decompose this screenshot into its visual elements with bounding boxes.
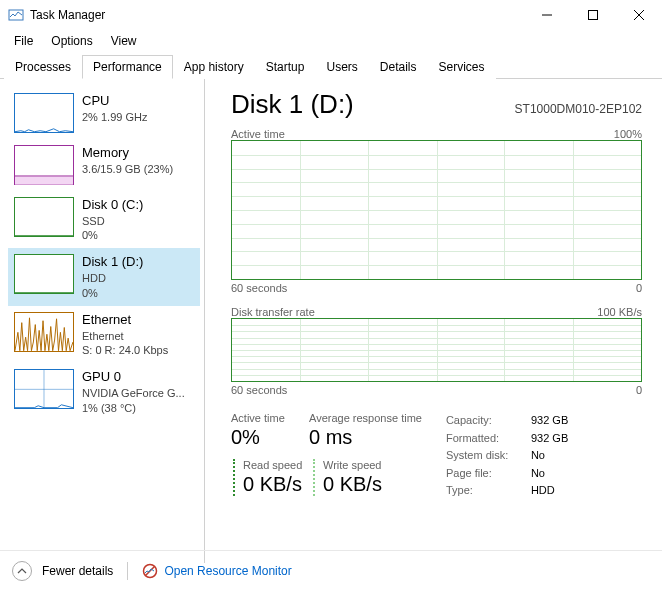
sidebar-memory-title: Memory bbox=[82, 145, 173, 162]
sidebar-item-ethernet[interactable]: Ethernet Ethernet S: 0 R: 24.0 Kbps bbox=[8, 306, 200, 363]
chart2-xleft: 60 seconds bbox=[231, 384, 287, 396]
sidebar-cpu-sub: 2% 1.99 GHz bbox=[82, 110, 147, 124]
prop-pagefile-k: Page file: bbox=[446, 465, 531, 483]
sidebar-ethernet-sub1: Ethernet bbox=[82, 329, 168, 343]
active-time-value: 0% bbox=[231, 426, 309, 449]
sidebar-disk1-type: HDD bbox=[82, 271, 143, 285]
prop-type-k: Type: bbox=[446, 482, 531, 500]
read-speed-label: Read speed bbox=[243, 459, 311, 471]
tab-processes[interactable]: Processes bbox=[4, 55, 82, 79]
menu-file[interactable]: File bbox=[6, 32, 41, 50]
menubar: File Options View bbox=[0, 30, 662, 54]
sidebar-gpu-sub2: 1% (38 °C) bbox=[82, 401, 185, 415]
chart2-xright: 0 bbox=[636, 384, 642, 396]
menu-options[interactable]: Options bbox=[43, 32, 100, 50]
sidebar-ethernet-sub2: S: 0 R: 24.0 Kbps bbox=[82, 343, 168, 357]
cpu-thumb-icon bbox=[14, 93, 74, 133]
fewer-details-link[interactable]: Fewer details bbox=[42, 564, 113, 578]
footer-divider bbox=[127, 562, 128, 580]
chevron-up-icon[interactable] bbox=[12, 561, 32, 581]
prop-systemdisk-k: System disk: bbox=[446, 447, 531, 465]
window-controls bbox=[524, 0, 662, 30]
chart2-max: 100 KB/s bbox=[597, 306, 642, 318]
tabstrip: Processes Performance App history Startu… bbox=[0, 54, 662, 79]
active-time-chart[interactable] bbox=[231, 140, 642, 280]
prop-capacity-v: 932 GB bbox=[531, 412, 568, 430]
metrics-row: Active time 0% Average response time 0 m… bbox=[231, 412, 642, 500]
tab-services[interactable]: Services bbox=[428, 55, 496, 79]
detail-pane: Disk 1 (D:) ST1000DM010-2EP102 Active ti… bbox=[205, 79, 662, 563]
write-speed-label: Write speed bbox=[323, 459, 382, 471]
sidebar-item-cpu[interactable]: CPU 2% 1.99 GHz bbox=[8, 87, 200, 139]
window-title: Task Manager bbox=[30, 8, 105, 22]
avg-resp-label: Average response time bbox=[309, 412, 422, 424]
maximize-button[interactable] bbox=[570, 0, 616, 30]
svg-rect-5 bbox=[15, 176, 73, 185]
task-manager-icon bbox=[8, 7, 24, 23]
disk0-thumb-icon bbox=[14, 197, 74, 237]
resource-monitor-icon bbox=[142, 563, 158, 579]
sidebar-disk1-pct: 0% bbox=[82, 286, 143, 300]
chart1-max: 100% bbox=[614, 128, 642, 140]
ethernet-thumb-icon bbox=[14, 312, 74, 352]
sidebar-item-disk1[interactable]: Disk 1 (D:) HDD 0% bbox=[8, 248, 200, 305]
prop-capacity-k: Capacity: bbox=[446, 412, 531, 430]
chart1-xright: 0 bbox=[636, 282, 642, 294]
prop-formatted-v: 932 GB bbox=[531, 430, 568, 448]
sidebar-cpu-title: CPU bbox=[82, 93, 147, 110]
write-speed-value: 0 KB/s bbox=[323, 473, 382, 496]
sidebar-disk1-title: Disk 1 (D:) bbox=[82, 254, 143, 271]
sidebar-gpu-title: GPU 0 bbox=[82, 369, 185, 386]
sidebar-disk0-title: Disk 0 (C:) bbox=[82, 197, 143, 214]
sidebar-gpu-sub1: NVIDIA GeForce G... bbox=[82, 386, 185, 400]
footer: Fewer details Open Resource Monitor bbox=[0, 550, 662, 590]
sidebar-item-memory[interactable]: Memory 3.6/15.9 GB (23%) bbox=[8, 139, 200, 191]
memory-thumb-icon bbox=[14, 145, 74, 185]
chart2-label: Disk transfer rate bbox=[231, 306, 315, 318]
disk-properties: Capacity:932 GB Formatted:932 GB System … bbox=[446, 412, 568, 500]
detail-model: ST1000DM010-2EP102 bbox=[515, 102, 642, 116]
open-resource-monitor-link[interactable]: Open Resource Monitor bbox=[142, 563, 291, 579]
sidebar: CPU 2% 1.99 GHz Memory 3.6/15.9 GB (23%) bbox=[0, 79, 205, 563]
minimize-button[interactable] bbox=[524, 0, 570, 30]
sidebar-ethernet-title: Ethernet bbox=[82, 312, 168, 329]
open-resource-monitor-label: Open Resource Monitor bbox=[164, 564, 291, 578]
sidebar-item-disk0[interactable]: Disk 0 (C:) SSD 0% bbox=[8, 191, 200, 248]
prop-systemdisk-v: No bbox=[531, 447, 545, 465]
tab-users[interactable]: Users bbox=[315, 55, 368, 79]
prop-type-v: HDD bbox=[531, 482, 555, 500]
menu-view[interactable]: View bbox=[103, 32, 145, 50]
avg-resp-value: 0 ms bbox=[309, 426, 422, 449]
sidebar-disk0-type: SSD bbox=[82, 214, 143, 228]
tab-performance[interactable]: Performance bbox=[82, 55, 173, 79]
prop-pagefile-v: No bbox=[531, 465, 545, 483]
sidebar-item-gpu[interactable]: GPU 0 NVIDIA GeForce G... 1% (38 °C) bbox=[8, 363, 200, 420]
transfer-rate-chart[interactable] bbox=[231, 318, 642, 382]
gpu-thumb-icon bbox=[14, 369, 74, 409]
chart1-xleft: 60 seconds bbox=[231, 282, 287, 294]
detail-title: Disk 1 (D:) bbox=[231, 89, 354, 120]
tab-app-history[interactable]: App history bbox=[173, 55, 255, 79]
sidebar-disk0-pct: 0% bbox=[82, 228, 143, 242]
titlebar: Task Manager bbox=[0, 0, 662, 30]
disk1-thumb-icon bbox=[14, 254, 74, 294]
read-speed-value: 0 KB/s bbox=[243, 473, 311, 496]
chart1-label: Active time bbox=[231, 128, 285, 140]
tab-details[interactable]: Details bbox=[369, 55, 428, 79]
tab-startup[interactable]: Startup bbox=[255, 55, 316, 79]
prop-formatted-k: Formatted: bbox=[446, 430, 531, 448]
sidebar-memory-sub: 3.6/15.9 GB (23%) bbox=[82, 162, 173, 176]
active-time-label: Active time bbox=[231, 412, 309, 424]
content: CPU 2% 1.99 GHz Memory 3.6/15.9 GB (23%) bbox=[0, 79, 662, 563]
close-button[interactable] bbox=[616, 0, 662, 30]
svg-rect-2 bbox=[589, 11, 598, 20]
